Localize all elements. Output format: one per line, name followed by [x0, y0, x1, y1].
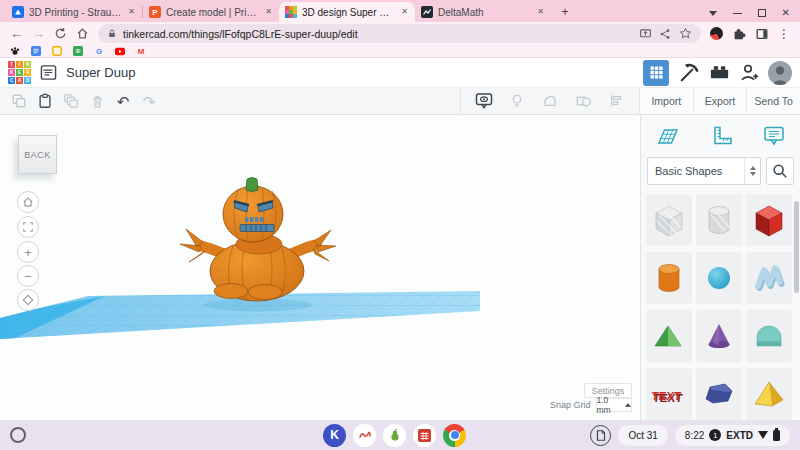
- bookmark-folder-icon[interactable]: [52, 46, 62, 56]
- browser-toolbar: ← → tinkercad.com/things/lFofqpC8LrE-sup…: [0, 22, 800, 45]
- viewport[interactable]: BACK + − Settings Snap Grid 1.0 mm: [0, 115, 800, 420]
- side-panel-icon[interactable]: [755, 27, 769, 41]
- reload-button[interactable]: [54, 27, 67, 40]
- perspective-toggle-button[interactable]: [17, 289, 39, 311]
- notification-badge: 1: [709, 429, 721, 441]
- send-to-device-icon[interactable]: [638, 27, 652, 41]
- tab-title: DeltaMath: [438, 7, 531, 18]
- peardeck-app-icon[interactable]: [383, 424, 406, 447]
- solid-shape-icon[interactable]: [537, 93, 563, 109]
- bookmark-youtube-icon[interactable]: [115, 46, 125, 56]
- tab-tinkercad-active[interactable]: 3D design Super Duup | Tinkercad ✕: [279, 2, 415, 22]
- shape-red-box[interactable]: [746, 194, 792, 246]
- minecraft-pickaxe-icon[interactable]: [677, 61, 700, 84]
- kami-app-icon[interactable]: K: [323, 424, 346, 447]
- tab-search-chevron-icon[interactable]: [709, 11, 717, 16]
- tinkercad-header: TIN KER CAD Super Duup: [0, 58, 800, 88]
- back-button[interactable]: ←: [10, 27, 23, 40]
- screen-capture-icon[interactable]: [590, 425, 611, 446]
- window-restore-button[interactable]: [758, 9, 766, 17]
- shape-orange-cylinder[interactable]: [646, 252, 692, 304]
- tab-close-icon[interactable]: ✕: [264, 7, 273, 17]
- view-home-button[interactable]: [17, 191, 39, 213]
- shape-category-dropdown[interactable]: Basic Shapes: [647, 157, 761, 185]
- bookmark-star-icon[interactable]: [678, 27, 692, 41]
- chrome-app-icon[interactable]: [443, 424, 466, 447]
- design-properties-icon[interactable]: [40, 64, 57, 81]
- browser-menu-icon[interactable]: ⋮: [778, 27, 790, 41]
- brick-icon[interactable]: [708, 61, 731, 84]
- address-bar[interactable]: tinkercad.com/things/lFofqpC8LrE-super-d…: [98, 24, 701, 43]
- send-to-button[interactable]: Send To: [746, 88, 800, 114]
- zoom-in-button[interactable]: +: [17, 241, 39, 263]
- date-pill[interactable]: Oct 31: [618, 425, 667, 446]
- extensions-puzzle-icon[interactable]: [732, 27, 746, 41]
- shape-search-button[interactable]: [766, 157, 794, 185]
- export-button[interactable]: Export: [693, 88, 747, 114]
- shape-cone[interactable]: [696, 310, 742, 362]
- shape-scribble[interactable]: [746, 252, 792, 304]
- tab-close-icon[interactable]: ✕: [400, 7, 409, 17]
- shelf-status-area: Oct 31 8:22 1 EXTD: [590, 425, 790, 446]
- shape-pyramid[interactable]: [746, 368, 792, 420]
- workplane-tool-icon[interactable]: [655, 124, 681, 148]
- home-button[interactable]: [76, 27, 89, 40]
- duplicate-icon[interactable]: [58, 93, 84, 109]
- copy-icon[interactable]: [6, 93, 32, 109]
- redo-icon[interactable]: ↷: [136, 94, 162, 109]
- zoom-out-button[interactable]: −: [17, 265, 39, 287]
- dropdown-spinner-icon: [744, 158, 760, 184]
- shape-polygon[interactable]: [696, 368, 742, 420]
- shape-sphere[interactable]: [696, 252, 742, 304]
- tab-3d-printing[interactable]: 3D Printing - Straut - 2022-2023 ✕: [6, 2, 142, 22]
- caret-icon: [625, 403, 631, 407]
- adblock-extension-icon[interactable]: [710, 27, 723, 40]
- light-bulb-icon[interactable]: [504, 93, 530, 109]
- shape-roof[interactable]: [646, 310, 692, 362]
- undo-icon[interactable]: ↶: [110, 94, 136, 109]
- shape-box[interactable]: [646, 194, 692, 246]
- add-person-icon[interactable]: [739, 62, 760, 83]
- panel-scrollbar[interactable]: [794, 201, 799, 293]
- bookmark-paw-icon[interactable]: [10, 46, 20, 56]
- import-button[interactable]: Import: [639, 88, 693, 114]
- classroom-favicon: [12, 6, 24, 18]
- squiggle-app-icon[interactable]: [353, 424, 376, 447]
- window-close-button[interactable]: ✕: [782, 8, 790, 18]
- window-minimize-button[interactable]: [733, 13, 742, 14]
- ruler-tool-icon[interactable]: [710, 124, 734, 148]
- shape-text[interactable]: TEXTTEXT: [646, 368, 692, 420]
- notes-tool-icon[interactable]: [762, 124, 786, 148]
- tab-close-icon[interactable]: ✕: [536, 7, 545, 17]
- shape-round-roof[interactable]: [746, 310, 792, 362]
- snap-grid-label: Snap Grid: [550, 400, 591, 410]
- paste-icon[interactable]: [32, 93, 58, 109]
- bookmark-docs-icon[interactable]: [31, 46, 41, 56]
- tab-title: 3D design Super Duup | Tinkercad: [302, 7, 395, 18]
- tab-deltamath[interactable]: DeltaMath ✕: [415, 2, 551, 22]
- tab-close-icon[interactable]: ✕: [127, 7, 136, 17]
- red-grid-app-icon[interactable]: [413, 424, 436, 447]
- share-icon[interactable]: [658, 27, 672, 41]
- bookmark-google-icon[interactable]: G: [94, 46, 104, 56]
- blocks-view-button[interactable]: [643, 60, 669, 86]
- bookmark-sheets-icon[interactable]: [73, 46, 83, 56]
- user-avatar[interactable]: [768, 61, 792, 85]
- fit-view-button[interactable]: [17, 216, 39, 238]
- align-icon[interactable]: [603, 93, 629, 109]
- bookmark-gmail-icon[interactable]: M: [136, 46, 146, 56]
- snap-grid-dropdown[interactable]: 1.0 mm: [596, 398, 632, 412]
- launcher-button[interactable]: [10, 427, 26, 443]
- deltamath-favicon: [421, 6, 433, 18]
- new-tab-button[interactable]: +: [557, 4, 573, 20]
- tinkercad-logo[interactable]: TIN KER CAD: [8, 61, 31, 84]
- show-all-icon[interactable]: [471, 92, 497, 110]
- group-icon[interactable]: [570, 93, 596, 110]
- url-text: tinkercad.com/things/lFofqpC8LrE-super-d…: [123, 28, 632, 40]
- tab-printables[interactable]: P Create model | Printables.com ✕: [143, 2, 279, 22]
- view-cube[interactable]: BACK: [18, 135, 57, 174]
- forward-button[interactable]: →: [32, 27, 45, 40]
- delete-icon[interactable]: [84, 94, 110, 109]
- shape-cylinder[interactable]: [696, 194, 742, 246]
- status-tray[interactable]: 8:22 1 EXTD: [675, 425, 790, 446]
